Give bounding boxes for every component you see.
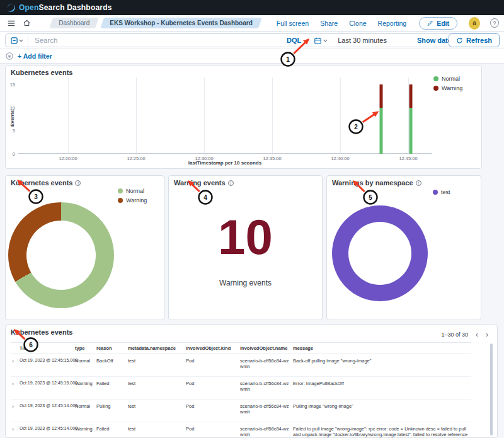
bar-segment-normal[interactable]	[379, 108, 382, 154]
panel-title[interactable]: Kubernetes eventsi	[11, 179, 81, 187]
column-header-time[interactable]: Time▾	[20, 343, 75, 354]
menu-icon[interactable]	[6, 18, 16, 29]
refresh-icon	[456, 37, 463, 44]
table-row: ›Oct 19, 2023 @ 12:45:14.000WarningFaile…	[11, 422, 471, 438]
cell-kind: Pod	[186, 377, 240, 400]
app-header: OpenSearch Dashboards	[0, 0, 504, 15]
reporting-link[interactable]: Reporting	[378, 20, 407, 27]
refresh-button[interactable]: Refresh	[449, 33, 500, 47]
legend-item-warning[interactable]: Warning	[118, 197, 147, 204]
column-header-metadata-namespace[interactable]: metadata.namespace	[128, 343, 186, 354]
time-range-value[interactable]: Last 30 minutes	[333, 37, 392, 44]
add-filter-link[interactable]: + Add filter	[18, 52, 52, 60]
expand-row-icon[interactable]: ›	[11, 400, 20, 422]
metric-label: Warning events	[169, 279, 322, 287]
x-axis-label: lastTimestamp per 10 seconds	[188, 160, 261, 166]
column-header-message[interactable]: message	[293, 343, 471, 354]
panel-warnings-by-namespace-donut: Warnings by namespacei test	[326, 175, 481, 320]
filter-bar: + Add filter	[0, 49, 504, 64]
expand-row-icon[interactable]: ›	[11, 422, 20, 438]
pagination-prev-icon[interactable]: ‹	[476, 331, 478, 338]
legend-item-normal[interactable]: Normal	[433, 76, 462, 82]
legend-dot-icon	[433, 190, 438, 195]
search-input[interactable]: Search	[28, 37, 279, 44]
cell-reason: Failed	[96, 422, 128, 438]
events-table: Time▾typereasonmetadata.namespaceinvolve…	[11, 342, 471, 438]
chart-legend: NormalWarning	[118, 188, 147, 204]
panel-title[interactable]: Warning eventsi	[174, 179, 234, 187]
pagination-next-icon[interactable]: ›	[486, 331, 488, 338]
legend-label: Warning	[126, 197, 147, 204]
pagination-count: 1–30 of 30	[441, 331, 468, 338]
table-row: ›Oct 19, 2023 @ 12:45:15.000NormalBackOf…	[11, 354, 471, 377]
table-scrollbar[interactable]	[490, 343, 493, 435]
clone-link[interactable]: Clone	[349, 20, 366, 27]
cell-time: Oct 19, 2023 @ 12:45:15.000	[20, 354, 75, 377]
y-tick-label: 5	[4, 128, 15, 134]
gridline	[272, 78, 273, 153]
column-header-involvedobject-kind[interactable]: involvedObject.kind	[186, 343, 240, 354]
legend-label: Normal	[442, 76, 460, 82]
metric-value: 10	[169, 212, 322, 262]
info-icon[interactable]: i	[75, 180, 81, 186]
legend-dot-icon	[118, 188, 123, 193]
panel-title[interactable]: Warnings by namespacei	[332, 179, 421, 187]
bar-segment-warning[interactable]	[409, 84, 412, 108]
bar-segment-normal[interactable]	[409, 108, 412, 154]
events-donut-chart[interactable]	[8, 202, 114, 308]
bar-segment-warning[interactable]	[379, 84, 382, 108]
cell-type: Warning	[75, 422, 96, 438]
chart-legend: test	[433, 189, 450, 195]
sort-desc-icon[interactable]: ▾	[32, 346, 34, 350]
x-tick-label: 12:45:00	[399, 156, 417, 161]
column-header-reason[interactable]: reason	[96, 343, 128, 354]
gridline	[68, 78, 69, 153]
cell-time: Oct 19, 2023 @ 12:45:14.000	[20, 422, 75, 438]
namespace-donut-chart[interactable]	[332, 205, 428, 301]
legend-label: test	[441, 189, 450, 195]
y-tick-label: 10	[4, 105, 15, 110]
dql-language-button[interactable]: DQL	[279, 37, 309, 44]
cell-message: Back-off pulling image "wrong-image"	[293, 354, 471, 377]
cell-time: Oct 19, 2023 @ 12:45:14.000	[20, 400, 75, 422]
cell-type: Normal	[75, 400, 96, 422]
avatar[interactable]: a	[469, 17, 480, 30]
legend-item-warning[interactable]: Warning	[433, 85, 462, 91]
x-tick-label: 12:25:00	[127, 156, 145, 161]
help-icon[interactable]: ?	[490, 18, 499, 28]
legend-label: Warning	[442, 85, 462, 91]
cell-name: scenario-b-cff56c84-wzwmh	[240, 354, 293, 377]
cell-name: scenario-b-cff56c84-wzwmh	[240, 377, 293, 400]
cell-kind: Pod	[186, 422, 240, 438]
info-icon[interactable]: i	[228, 180, 234, 186]
cell-message: Error: ImagePullBackOff	[293, 377, 471, 400]
expand-row-icon[interactable]: ›	[11, 354, 20, 377]
saved-queries-icon[interactable]	[6, 34, 28, 47]
info-icon[interactable]: i	[416, 180, 421, 186]
share-link[interactable]: Share	[320, 20, 338, 27]
home-icon[interactable]	[21, 18, 32, 29]
panel-title[interactable]: Kubernetes events	[11, 328, 72, 336]
date-picker-button[interactable]	[309, 34, 333, 47]
cell-name: scenario-b-cff56c84-wzwmh	[240, 422, 293, 438]
table-header-row: Time▾typereasonmetadata.namespaceinvolve…	[11, 343, 471, 354]
opensearch-logo-icon[interactable]	[6, 3, 15, 12]
column-header-type[interactable]: type	[75, 343, 96, 354]
edit-button[interactable]: Edit	[419, 17, 457, 30]
legend-item-test[interactable]: test	[433, 189, 450, 195]
donut-hole	[348, 222, 411, 285]
dashboard-canvas: Kubernetes events Events 12:20:0012:25:0…	[0, 64, 504, 438]
panel-title[interactable]: Kubernetes events	[11, 69, 72, 76]
calendar-icon	[314, 37, 321, 44]
filter-icon[interactable]	[5, 52, 14, 61]
expand-row-icon[interactable]: ›	[11, 377, 20, 400]
cell-namespace: test	[128, 422, 186, 438]
full-screen-link[interactable]: Full screen	[277, 20, 309, 27]
table-row: ›Oct 19, 2023 @ 12:45:14.000NormalPullin…	[11, 400, 471, 422]
breadcrumb-dashboard[interactable]: Dashboard	[51, 18, 97, 28]
histogram-plot: 12:20:0012:25:0012:30:0012:35:0012:40:00…	[18, 78, 432, 154]
breadcrumb-current[interactable]: EKS Workshop - Kubernetes Events Dashboa…	[102, 18, 260, 28]
legend-item-normal[interactable]: Normal	[118, 188, 147, 194]
column-header-involvedobject-name[interactable]: involvedObject.name	[240, 343, 293, 354]
cell-type: Normal	[75, 354, 96, 377]
